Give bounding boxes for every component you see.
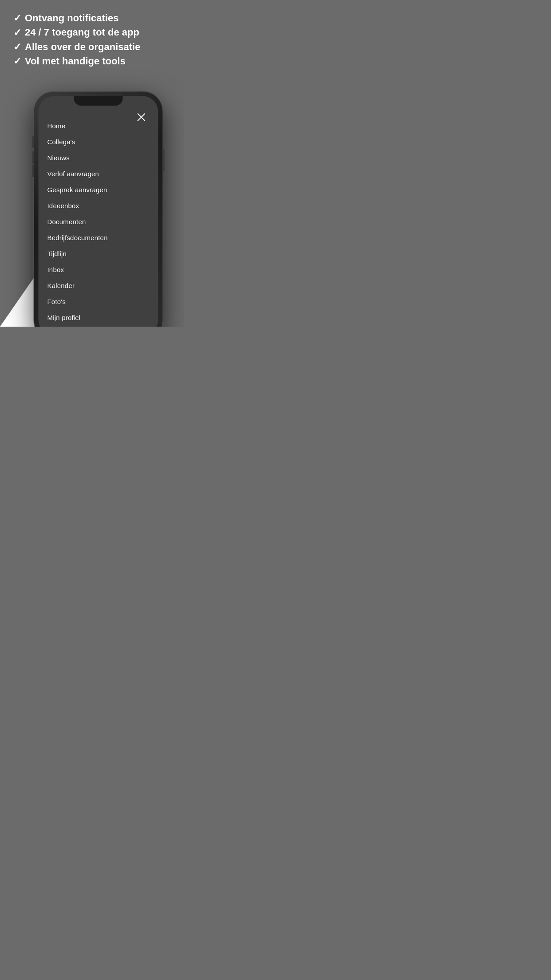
header-line-4: ✓ Vol met handige tools (13, 55, 170, 67)
header-line-3: ✓ Alles over de organisatie (13, 41, 170, 53)
menu-label-tijdlijn: Tijdlijn (47, 250, 67, 257)
menu-label-documenten: Documenten (47, 218, 86, 225)
menu-item-profiel[interactable]: Mijn profiel (47, 310, 150, 326)
menu-item-kalender[interactable]: Kalender (47, 278, 150, 294)
menu-item-afmelden[interactable]: Afmelden (47, 326, 150, 327)
menu-label-gesprek: Gesprek aanvragen (47, 186, 107, 194)
menu-label-bedrijfsdocumenten: Bedrijfsdocumenten (47, 234, 108, 241)
checkmark-icon-2: ✓ (13, 27, 21, 39)
phone-notch (74, 96, 123, 106)
phone-screen: Home Collega's Nieuws Verlof aanvragen G… (39, 96, 158, 327)
menu-item-tijdlijn[interactable]: Tijdlijn (47, 246, 150, 262)
phone-mockup: Home Collega's Nieuws Verlof aanvragen G… (34, 91, 163, 327)
menu-label-collegas: Collega's (47, 138, 75, 146)
menu-item-fotos[interactable]: Foto's (47, 294, 150, 310)
menu-label-ideeen: Ideeënbox (47, 202, 79, 209)
screen-content: Home Collega's Nieuws Verlof aanvragen G… (39, 96, 158, 327)
menu-item-inbox[interactable]: Inbox (47, 262, 150, 278)
menu-item-gesprek[interactable]: Gesprek aanvragen (47, 182, 150, 198)
header-text-block: ✓ Ontvang notificaties ✓ 24 / 7 toegang … (0, 12, 184, 70)
menu-item-nieuws[interactable]: Nieuws (47, 150, 150, 166)
checkmark-icon-3: ✓ (13, 41, 21, 53)
menu-label-fotos: Foto's (47, 298, 66, 305)
menu-item-documenten[interactable]: Documenten (47, 214, 150, 230)
menu-item-verlof[interactable]: Verlof aanvragen (47, 166, 150, 182)
menu-label-inbox: Inbox (47, 266, 64, 273)
menu-item-bedrijfsdocumenten[interactable]: Bedrijfsdocumenten (47, 230, 150, 246)
menu-label-nieuws: Nieuws (47, 154, 70, 162)
menu-label-home: Home (47, 122, 66, 130)
menu-label-kalender: Kalender (47, 282, 75, 289)
menu-item-collegas[interactable]: Collega's (47, 134, 150, 150)
header-line-2: ✓ 24 / 7 toegang tot de app (13, 27, 170, 38)
checkmark-icon-4: ✓ (13, 55, 21, 67)
menu-label-profiel: Mijn profiel (47, 314, 81, 321)
header-text-1: Ontvang notificaties (25, 12, 118, 24)
navigation-menu: Home Collega's Nieuws Verlof aanvragen G… (47, 114, 150, 327)
header-text-4: Vol met handige tools (25, 55, 126, 67)
header-text-2: 24 / 7 toegang tot de app (25, 27, 139, 38)
header-line-1: ✓ Ontvang notificaties (13, 12, 170, 24)
phone-outer-frame: Home Collega's Nieuws Verlof aanvragen G… (34, 91, 163, 327)
checkmark-icon-1: ✓ (13, 12, 21, 24)
close-button[interactable] (134, 109, 150, 125)
menu-item-ideeen[interactable]: Ideeënbox (47, 198, 150, 214)
header-text-3: Alles over de organisatie (25, 41, 140, 53)
menu-label-verlof: Verlof aanvragen (47, 170, 99, 178)
